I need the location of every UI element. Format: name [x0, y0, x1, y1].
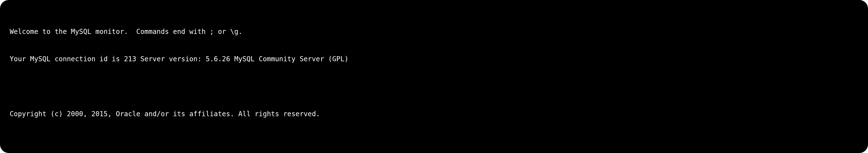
- terminal-line: [10, 137, 858, 146]
- terminal-line: Welcome to the MySQL monitor. Commands e…: [10, 27, 858, 36]
- terminal-line: Copyright (c) 2000, 2015, Oracle and/or …: [10, 110, 858, 119]
- terminal-line: [10, 82, 858, 91]
- terminal-line: Your MySQL connection id is 213 Server v…: [10, 55, 858, 64]
- mysql-terminal[interactable]: Welcome to the MySQL monitor. Commands e…: [0, 0, 868, 153]
